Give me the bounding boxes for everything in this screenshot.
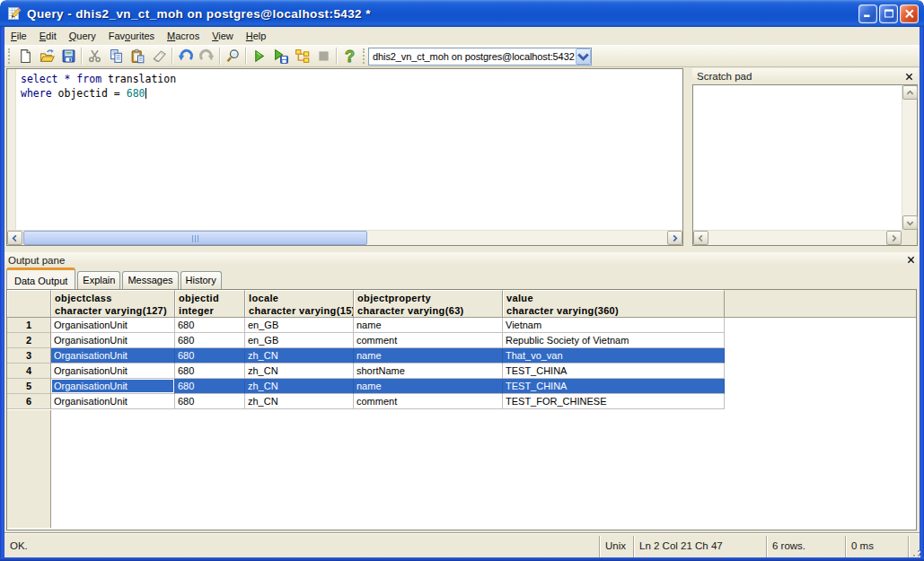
clear-window-button[interactable]	[148, 47, 170, 66]
menu-query[interactable]: Query	[63, 28, 102, 44]
grid-corner-cell[interactable]	[7, 290, 51, 317]
scratch-pad-close-button[interactable]	[902, 70, 915, 83]
cell-objectproperty[interactable]: shortName	[354, 364, 503, 379]
scrollbar-thumb[interactable]	[23, 231, 367, 245]
cell-value[interactable]: Republic Society of Vietnam	[503, 333, 725, 348]
cell-objectproperty[interactable]: name	[354, 318, 503, 333]
paste-button[interactable]	[127, 47, 148, 66]
open-file-button[interactable]	[36, 47, 57, 66]
status-field-3: Ln 2 Col 21 Ch 47	[634, 536, 767, 557]
copy-button[interactable]	[105, 47, 127, 66]
cell-locale[interactable]: zh_CN	[245, 379, 354, 394]
menu-macros[interactable]: Macros	[161, 28, 206, 44]
explain-query-button[interactable]	[291, 47, 312, 66]
output-pane-close-button[interactable]	[904, 254, 917, 267]
sql-editor-hscrollbar[interactable]	[7, 230, 682, 245]
menu-file[interactable]: File	[4, 28, 33, 44]
maximize-button[interactable]	[879, 4, 898, 23]
column-header-value[interactable]: valuecharacter varying(360)	[503, 290, 725, 317]
cell-objectid[interactable]: 680	[175, 364, 245, 379]
close-button[interactable]	[900, 4, 919, 23]
cell-objectproperty[interactable]: name	[354, 348, 503, 364]
resize-grip[interactable]	[911, 548, 923, 560]
execute-query-icon	[251, 48, 267, 64]
cell-objectid[interactable]: 680	[175, 348, 245, 364]
cell-objectclass[interactable]: OrganisationUnit	[51, 379, 175, 394]
connection-combo-value: dhis2_vn_ct_moh on postgres@localhost:54…	[369, 51, 576, 62]
cell-value[interactable]: TEST_CHINA	[503, 364, 725, 379]
cell-value[interactable]: TEST_FOR_CHINESE	[503, 394, 725, 409]
clear-window-icon	[152, 48, 167, 64]
row-label-4[interactable]: 4	[7, 364, 51, 379]
minimize-button[interactable]	[858, 4, 877, 23]
save-file-button[interactable]	[57, 47, 79, 66]
cell-objectclass[interactable]: OrganisationUnit	[51, 333, 175, 348]
row-label-3[interactable]: 3	[7, 348, 51, 364]
cell-objectid[interactable]: 680	[175, 318, 245, 333]
execute-to-file-button[interactable]	[269, 47, 291, 66]
scratch-pad-vscrollbar[interactable]	[902, 85, 917, 231]
scroll-right-button[interactable]	[667, 231, 682, 245]
find-button[interactable]	[222, 47, 243, 66]
sql-editor[interactable]: select * from translationwhere objectid …	[6, 68, 683, 246]
chevron-down-icon	[906, 219, 914, 227]
cell-objectproperty[interactable]: comment	[354, 333, 503, 348]
column-header-objectid[interactable]: objectidinteger	[175, 290, 245, 317]
chevron-right-icon	[671, 234, 679, 242]
cell-value[interactable]: Vietnam	[503, 318, 725, 333]
cell-value[interactable]: That_vo_van	[503, 348, 725, 364]
menu-view[interactable]: View	[206, 28, 240, 44]
tab-history[interactable]: History	[180, 271, 222, 289]
execute-query-button[interactable]	[248, 47, 269, 66]
scroll-up-button[interactable]	[902, 85, 918, 100]
cell-objectclass[interactable]: OrganisationUnit	[51, 394, 175, 409]
cut-button[interactable]	[84, 47, 105, 66]
column-header-objectproperty[interactable]: objectpropertycharacter varying(63)	[354, 290, 503, 317]
scroll-left-button[interactable]	[7, 231, 22, 245]
cell-objectid[interactable]: 680	[175, 379, 245, 394]
column-header-locale[interactable]: localecharacter varying(15)	[245, 290, 354, 317]
cell-objectproperty[interactable]: name	[354, 379, 503, 394]
menu-favourites[interactable]: Favourites	[102, 28, 161, 44]
title-bar[interactable]: Query - dhis2_vn_ct_moh on postgres@loca…	[0, 0, 924, 27]
menu-edit[interactable]: Edit	[33, 28, 63, 44]
combo-dropdown-button[interactable]	[576, 48, 591, 65]
toolbar-separator	[245, 48, 246, 65]
tab-explain[interactable]: Explain	[77, 271, 120, 289]
help-button[interactable]: ?	[339, 47, 360, 66]
scroll-down-button[interactable]	[902, 215, 918, 230]
cell-locale[interactable]: zh_CN	[245, 364, 354, 379]
cell-objectid[interactable]: 680	[175, 394, 245, 409]
scroll-right-button[interactable]	[886, 231, 902, 245]
sql-editor-text[interactable]: select * from translationwhere objectid …	[21, 73, 681, 101]
undo-button[interactable]	[174, 47, 196, 66]
cell-value[interactable]: TEST_CHINA	[503, 379, 725, 394]
cell-locale[interactable]: en_GB	[245, 318, 354, 333]
menu-mnemonic: F	[11, 31, 17, 41]
cell-objectclass[interactable]: OrganisationUnit	[51, 364, 175, 379]
cell-objectid[interactable]: 680	[175, 333, 245, 348]
connection-combo[interactable]: dhis2_vn_ct_moh on postgres@localhost:54…	[368, 48, 592, 66]
cell-locale[interactable]: en_GB	[245, 333, 354, 348]
toolbar-separator	[219, 48, 220, 65]
scratch-pad-text[interactable]	[693, 85, 902, 231]
row-label-5[interactable]: 5	[7, 379, 51, 394]
new-file-button[interactable]	[14, 47, 36, 66]
scroll-left-button[interactable]	[693, 231, 708, 245]
row-label-6[interactable]: 6	[7, 394, 51, 409]
cell-objectproperty[interactable]: comment	[354, 394, 503, 409]
cell-locale[interactable]: zh_CN	[245, 394, 354, 409]
cell-objectclass[interactable]: OrganisationUnit	[51, 348, 175, 364]
close-icon	[902, 6, 917, 21]
tab-messages[interactable]: Messages	[122, 271, 178, 289]
menu-help[interactable]: Help	[240, 28, 273, 44]
scratch-pad-textarea[interactable]	[692, 84, 918, 246]
row-label-1[interactable]: 1	[7, 318, 51, 333]
cell-objectclass[interactable]: OrganisationUnit	[51, 318, 175, 333]
scratch-pad-hscrollbar[interactable]	[693, 230, 902, 245]
row-label-2[interactable]: 2	[7, 333, 51, 348]
tab-data-output[interactable]: Data Output	[6, 267, 75, 289]
cell-locale[interactable]: zh_CN	[245, 348, 354, 364]
output-pane-caption: Output pane	[4, 252, 920, 267]
column-header-objectclass[interactable]: objectclasscharacter varying(127)	[51, 290, 175, 317]
